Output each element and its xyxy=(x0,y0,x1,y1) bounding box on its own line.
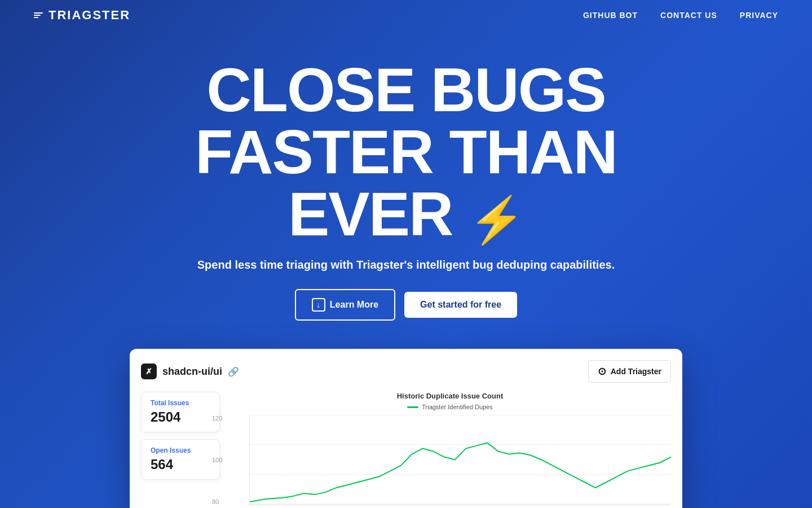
logo-icon xyxy=(34,12,43,18)
stat-card-total: Total Issues 2504 xyxy=(141,392,220,432)
open-issues-label: Open Issues xyxy=(151,446,210,454)
repo-info: ✗ shadcn-ui/ui 🔗 xyxy=(141,364,239,379)
hero-buttons: ↓ Learn More Get started for free xyxy=(11,289,801,321)
chart-area xyxy=(249,415,671,505)
stats-panel: Total Issues 2504 Open Issues 564 xyxy=(141,392,220,505)
logo[interactable]: TRIAGSTER xyxy=(34,8,130,23)
dashboard-header: ✗ shadcn-ui/ui 🔗 ⊙ Add Triagster xyxy=(141,360,671,383)
lightning-icon: ⚡ xyxy=(469,195,524,245)
nav-links: GITHUB BOT CONTACT US PRIVACY xyxy=(583,11,778,20)
arrow-down-icon: ↓ xyxy=(312,298,325,312)
legend-dot xyxy=(407,406,418,408)
y-axis-labels: 120 100 80 xyxy=(212,415,222,505)
repo-name: shadcn-ui/ui xyxy=(162,366,222,378)
nav-link-privacy[interactable]: PRIVACY xyxy=(740,11,778,20)
open-issues-value: 564 xyxy=(151,457,210,472)
github-icon: ⊙ xyxy=(598,365,606,378)
dashboard-content: Total Issues 2504 Open Issues 564 Histor… xyxy=(141,392,671,505)
chart-title: Historic Duplicate Issue Count xyxy=(229,392,671,400)
total-issues-label: Total Issues xyxy=(151,399,210,407)
get-started-label: Get started for free xyxy=(420,300,501,309)
repo-icon: ✗ xyxy=(141,364,157,379)
chart-legend: Triagster Identified Dupes xyxy=(229,404,671,410)
hero-section: CLOSE BUGS FASTER THAN EVER ⚡ Spend less… xyxy=(0,30,812,338)
link-icon: 🔗 xyxy=(228,366,239,377)
logo-text: TRIAGSTER xyxy=(48,8,130,23)
nav-link-contact-us[interactable]: CONTACT US xyxy=(660,11,717,20)
hero-subtitle: Spend less time triaging with Triagster'… xyxy=(11,256,801,273)
learn-more-label: Learn More xyxy=(330,300,378,310)
legend-label: Triagster Identified Dupes xyxy=(422,404,493,410)
chart-panel: Historic Duplicate Issue Count Triagster… xyxy=(229,392,671,505)
dashboard-preview: ✗ shadcn-ui/ui 🔗 ⊙ Add Triagster Total I… xyxy=(130,349,682,508)
hero-title: CLOSE BUGS FASTER THAN EVER ⚡ xyxy=(11,59,801,245)
nav-link-github-bot[interactable]: GITHUB BOT xyxy=(583,11,638,20)
navbar: TRIAGSTER GITHUB BOT CONTACT US PRIVACY xyxy=(0,0,812,30)
total-issues-value: 2504 xyxy=(151,409,210,425)
stat-card-open: Open Issues 564 xyxy=(141,439,220,480)
learn-more-button[interactable]: ↓ Learn More xyxy=(295,289,395,321)
get-started-button[interactable]: Get started for free xyxy=(404,292,517,318)
chart-svg xyxy=(250,415,671,505)
hero-title-line2: FASTER THAN xyxy=(195,117,617,186)
y-label-80: 80 xyxy=(212,498,222,505)
y-label-120: 120 xyxy=(212,415,222,422)
y-label-100: 100 xyxy=(212,457,222,463)
hero-title-line3: EVER xyxy=(288,179,453,248)
add-triagster-label: Add Triagster xyxy=(611,367,661,376)
hero-title-line1: CLOSE BUGS xyxy=(206,55,605,124)
add-triagster-button[interactable]: ⊙ Add Triagster xyxy=(588,360,671,383)
